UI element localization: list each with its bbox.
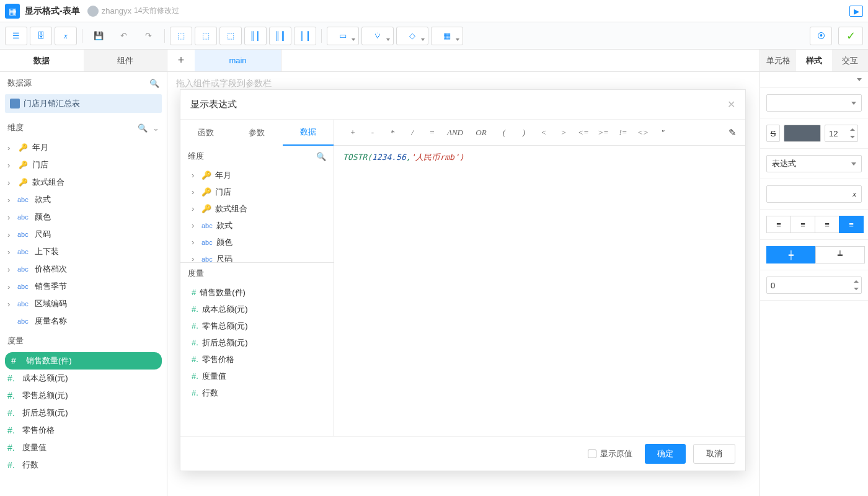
distribute-button[interactable]: ║║ <box>294 27 316 45</box>
tab-components[interactable]: 组件 <box>84 50 167 71</box>
format-select[interactable]: 表达式 <box>766 155 862 172</box>
align-center-button[interactable]: ⬚ <box>195 27 217 45</box>
indent-input[interactable]: 0 <box>766 277 862 294</box>
op-neq[interactable]: != <box>613 128 633 138</box>
op-gte[interactable]: >= <box>593 128 613 138</box>
modal-tab-data[interactable]: 数据 <box>283 120 334 146</box>
search-icon[interactable]: 🔍 <box>138 123 148 133</box>
dim-item[interactable]: ›abc颜色 <box>0 208 167 226</box>
align-left-button[interactable]: ≡ <box>766 216 791 233</box>
align-center-button[interactable]: ≡ <box>790 216 815 233</box>
redo-button[interactable]: ↷ <box>137 27 159 45</box>
db-button[interactable]: 🗄 <box>30 27 52 45</box>
dim-item[interactable]: ›abc区域编码 <box>0 295 167 312</box>
align-right-button[interactable]: ≡ <box>815 216 839 233</box>
op-lte[interactable]: <= <box>574 128 593 138</box>
measure-item[interactable]: #.折后总额(元) <box>0 404 167 422</box>
modal-tab-params[interactable]: 参数 <box>231 120 282 146</box>
confirm-button[interactable]: ✓ <box>838 27 863 45</box>
op-ne2[interactable]: <> <box>633 128 653 138</box>
op-quote[interactable]: " <box>653 128 673 138</box>
modal-mea-item[interactable]: #.行数 <box>180 384 334 401</box>
modal-dim-item[interactable]: ›abc款式 <box>180 217 334 234</box>
dim-item[interactable]: ›abc价格档次 <box>0 260 167 278</box>
tab-style[interactable]: 样式 <box>796 50 832 71</box>
strikethrough-button[interactable]: S <box>766 125 780 142</box>
dim-item[interactable]: abc度量名称 <box>0 312 167 330</box>
modal-mea-item[interactable]: #销售数量(件) <box>180 284 334 301</box>
save-button[interactable]: 💾 <box>87 27 110 45</box>
dim-item[interactable]: ›abc销售季节 <box>0 278 167 295</box>
menu-button[interactable]: ☰ <box>5 27 27 45</box>
op-mul[interactable]: * <box>383 128 402 138</box>
insert-dropdown[interactable]: ▭ <box>327 27 359 45</box>
close-icon[interactable]: ✕ <box>727 99 735 110</box>
show-raw-checkbox[interactable]: 显示原值 <box>588 448 632 459</box>
param-dropdown[interactable]: ◇ <box>396 27 428 45</box>
grid-dropdown[interactable]: ▦ <box>431 27 463 45</box>
expression-editor[interactable]: TOSTR(1234.56,'人民币rmb') <box>334 146 745 169</box>
tab-cell[interactable]: 单元格 <box>760 50 796 71</box>
dim-item[interactable]: ›🔑门店 <box>0 156 167 174</box>
measure-item[interactable]: #.成本总额(元) <box>0 370 167 387</box>
magic-wand-icon[interactable]: ✎ <box>728 127 737 138</box>
op-div[interactable]: / <box>402 128 422 138</box>
add-tab-button[interactable]: + <box>167 50 195 71</box>
font-size-input[interactable]: 12 <box>825 125 858 142</box>
search-icon[interactable]: 🔍 <box>149 79 159 88</box>
measure-item[interactable]: #.零售价格 <box>0 422 167 439</box>
measure-item[interactable]: #销售数量(件) <box>5 352 162 370</box>
align-right-button[interactable]: ⬚ <box>219 27 242 45</box>
modal-mea-item[interactable]: #.零售价格 <box>180 351 334 368</box>
op-lparen[interactable]: ( <box>494 128 514 138</box>
dim-item[interactable]: ›abc上下装 <box>0 243 167 260</box>
modal-dim-item[interactable]: ›🔑年月 <box>180 167 334 184</box>
inspect-button[interactable]: ⦿ <box>810 27 832 45</box>
fx-button[interactable]: x <box>55 27 77 45</box>
filter-dropdown[interactable]: ⩒ <box>361 27 394 45</box>
valign-bottom-button[interactable]: ┷ <box>815 246 865 264</box>
measure-item[interactable]: #.行数 <box>0 456 167 474</box>
dim-item[interactable]: ›abc尺码 <box>0 226 167 243</box>
modal-tab-functions[interactable]: 函数 <box>180 120 231 146</box>
tab-main[interactable]: main <box>195 50 281 71</box>
preview-button[interactable]: ▸ <box>849 6 863 17</box>
modal-dim-item[interactable]: ›🔑款式组合 <box>180 200 334 217</box>
collapse-icon[interactable] <box>857 78 862 81</box>
undo-button[interactable]: ↶ <box>112 27 135 45</box>
op-eq[interactable]: = <box>422 128 442 138</box>
align-justify-button[interactable]: ≡ <box>839 216 864 233</box>
expr-input[interactable]: x <box>766 185 862 203</box>
measure-item[interactable]: #.度量值 <box>0 439 167 456</box>
font-family-select[interactable] <box>766 94 862 112</box>
op-and[interactable]: AND <box>442 128 468 138</box>
valign-middle-button[interactable]: ┿ <box>766 246 816 264</box>
dim-item[interactable]: ›🔑款式组合 <box>0 174 167 191</box>
modal-dim-item[interactable]: ›abc颜色 <box>180 234 334 250</box>
measure-item[interactable]: #.零售总额(元) <box>0 387 167 404</box>
op-lt[interactable]: < <box>534 128 554 138</box>
chevron-down-icon[interactable]: ⌄ <box>153 123 159 133</box>
distribute-v-button[interactable]: ║║ <box>269 27 291 45</box>
distribute-h-button[interactable]: ║║ <box>244 27 267 45</box>
tab-interact[interactable]: 交互 <box>832 50 868 71</box>
modal-mea-item[interactable]: #.成本总额(元) <box>180 301 334 317</box>
op-gt[interactable]: > <box>554 128 574 138</box>
modal-dim-item[interactable]: ›🔑门店 <box>180 184 334 200</box>
datasource-item[interactable]: 门店月销汇总表 <box>5 94 162 113</box>
op-or[interactable]: OR <box>468 128 494 138</box>
modal-dim-item[interactable]: ›abc尺码 <box>180 250 334 263</box>
color-swatch[interactable] <box>784 125 821 142</box>
modal-mea-item[interactable]: #.折后总额(元) <box>180 334 334 351</box>
tab-data[interactable]: 数据 <box>0 50 84 71</box>
cancel-button[interactable]: 取消 <box>693 444 735 464</box>
search-icon[interactable]: 🔍 <box>316 152 326 161</box>
dim-item[interactable]: ›🔑年月 <box>0 139 167 156</box>
ok-button[interactable]: 确定 <box>645 444 686 464</box>
align-left-button[interactable]: ⬚ <box>170 27 192 45</box>
op-minus[interactable]: - <box>363 128 383 138</box>
dim-item[interactable]: ›abc款式 <box>0 191 167 208</box>
modal-mea-item[interactable]: #.度量值 <box>180 368 334 384</box>
modal-mea-item[interactable]: #.零售总额(元) <box>180 317 334 334</box>
op-plus[interactable]: + <box>343 128 363 138</box>
